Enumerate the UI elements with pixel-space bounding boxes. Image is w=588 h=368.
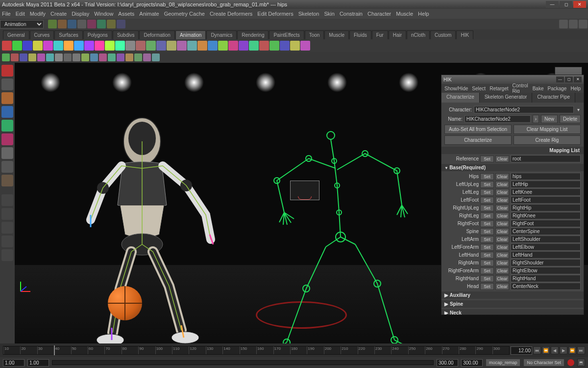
lasso-tool-icon[interactable] [1,79,13,90]
shelf-tool-icon[interactable] [197,41,207,51]
new-button[interactable]: New [541,115,558,123]
hik-maximize-icon[interactable]: ◻ [565,77,573,82]
shelf-icon[interactable] [97,20,106,28]
joint-value[interactable]: LeftShoulder [511,236,581,243]
shelf-tool-icon[interactable] [64,41,74,51]
shelf-tool-icon[interactable] [280,41,290,51]
hik-menu-select[interactable]: Select [472,86,486,91]
shelf-tool-icon[interactable] [300,41,310,51]
shelf-tab-deformation[interactable]: Deformation [139,30,174,39]
panel-tool-icon[interactable] [152,53,160,61]
reference-value[interactable]: root [511,155,581,162]
set-button[interactable]: Set [480,267,494,274]
move-tool-icon[interactable] [1,106,13,118]
shelf-tool-icon[interactable] [125,41,135,51]
panel-tool-icon[interactable] [46,53,54,61]
shelf-tab-ncloth[interactable]: nCloth [407,30,430,39]
panel-tool-icon[interactable] [99,53,107,61]
step-forward-icon[interactable]: ⏩ [568,346,576,354]
shelf-tab-hair[interactable]: Hair [389,30,406,39]
set-button[interactable]: Set [480,197,494,204]
menu-display[interactable]: Display [72,11,89,17]
panel-tool-icon[interactable] [37,53,45,61]
menu-create-deformers[interactable]: Create Deformers [210,11,252,17]
menu-geometry-cache[interactable]: Geometry Cache [164,11,205,17]
shelf-icon[interactable] [77,20,86,28]
menu-skeleton[interactable]: Skeleton [298,11,319,17]
paint-tool-icon[interactable] [1,92,13,104]
timeline[interactable]: 1020304050607080901001101201301401501601… [0,343,588,357]
set-button[interactable]: Set [480,228,494,235]
hik-menu-bake[interactable]: Bake [533,86,544,91]
clear-button[interactable]: Clear [495,212,509,219]
hik-panel[interactable]: HIK — ◻ ✕ Show/HideSelectRetargetControl… [441,75,584,315]
shelf-tool-icon[interactable] [218,41,228,51]
menu-modify[interactable]: Modify [30,11,46,17]
panel-tool-icon[interactable] [64,53,72,61]
hik-tab-characterize[interactable]: Characterize [441,93,480,103]
rotate-tool-icon[interactable] [1,120,13,131]
playback-end-field[interactable] [437,359,458,367]
shelf-tab-general[interactable]: General [3,30,29,39]
maximize-button[interactable]: ◻ [560,1,572,8]
shelf-tool-icon[interactable] [105,41,115,51]
create-rig-button[interactable]: Create Rig [514,135,581,145]
set-button[interactable]: Set [480,189,494,196]
panel-tool-icon[interactable] [28,53,36,61]
auto-key-icon[interactable]: ⬒ [577,359,585,367]
auxiliary-section[interactable]: ▶ Auxiliary [441,291,584,299]
shelf-tab-painteffects[interactable]: PaintEffects [269,30,304,39]
shelf-tool-icon[interactable] [43,41,53,51]
shelf-tool-icon[interactable] [167,41,176,51]
playback-start-field[interactable] [27,359,49,367]
range-end-field[interactable] [461,359,483,367]
menu-skin[interactable]: Skin [324,11,334,17]
timeline-track[interactable]: 1020304050607080901001101201301401501601… [3,346,510,355]
clear-button[interactable]: Clear [495,173,509,180]
hik-minimize-icon[interactable]: — [556,77,564,82]
characterize-button[interactable]: Characterize [444,135,512,145]
set-button[interactable]: Set [480,252,494,259]
shelf-tab-toon[interactable]: Toon [305,30,324,39]
current-time-marker[interactable] [54,345,55,355]
menu-assets[interactable]: Assets [118,11,134,17]
panel-tool-icon[interactable] [143,53,151,61]
shelf-tool-icon[interactable] [290,41,300,51]
shelf-tab-curves[interactable]: Curves [30,30,54,39]
shelf-tool-icon[interactable] [12,41,22,51]
set-button[interactable]: Set [480,283,494,290]
shelf-tool-icon[interactable] [259,41,269,51]
joint-value[interactable]: LeftKnee [511,188,581,196]
clear-button[interactable]: Clear [495,197,509,204]
set-button[interactable]: Set [480,212,494,219]
shelf-tab-subdivs[interactable]: Subdivs [113,30,139,39]
set-button[interactable]: Set [480,236,494,243]
joint-value[interactable]: RightHand [511,275,581,282]
joint-value[interactable]: CenterSpine [511,228,581,235]
shelf-icon[interactable] [107,20,116,28]
layout-graph-icon[interactable] [1,249,13,261]
shelf-tab-rendering[interactable]: Rendering [237,30,269,39]
set-button[interactable]: Set [480,173,494,180]
set-button[interactable]: Set [480,244,494,251]
menu-character[interactable]: Character [368,11,391,17]
set-button[interactable]: Set [480,275,494,282]
last-tool-icon[interactable] [1,175,13,186]
panel-tool-icon[interactable] [55,53,63,61]
name-field[interactable] [465,115,531,123]
shelf-icon[interactable] [117,20,125,28]
shelf-tool-icon[interactable] [249,41,259,51]
clear-button[interactable]: Clear [495,283,509,290]
menu-muscle[interactable]: Muscle [396,11,413,17]
panel-tool-icon[interactable] [117,53,124,61]
shelf-tab-hik[interactable]: HIK [456,30,473,39]
manip-tool-icon[interactable] [1,147,13,159]
clear-button[interactable]: Clear [495,267,509,274]
joint-value[interactable]: RightKnee [511,212,581,219]
shelf-tool-icon[interactable] [270,41,279,51]
hik-menu-package[interactable]: Package [548,86,567,91]
panel-tool-icon[interactable] [81,53,89,61]
name-browse-button[interactable]: › [533,115,539,123]
step-back-icon[interactable]: ⏪ [542,346,550,354]
clear-button[interactable]: Clear [495,189,509,196]
